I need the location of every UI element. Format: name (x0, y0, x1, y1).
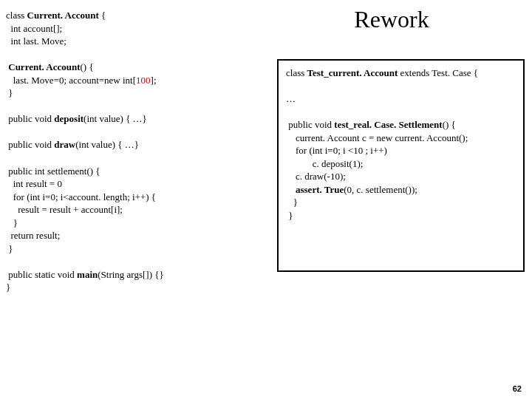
code-bold: main (77, 269, 98, 280)
code-line: int account[]; (6, 23, 62, 34)
slide: Rework class Current. Account { int acco… (0, 0, 532, 399)
code-bold: Current. Account (27, 10, 99, 21)
code-line: return result; (6, 230, 60, 241)
code-text: last. Move=0; account=new int[ (6, 75, 136, 86)
code-line: int last. Move; (6, 35, 66, 47)
code-line: } (6, 243, 13, 254)
code-text: (0, c. settlement()); (344, 184, 417, 195)
code-line: current. Account c = new current. Accoun… (286, 132, 468, 143)
right-code-box: class Test_current. Account extends Test… (277, 59, 525, 272)
code-text: (String args[]) {} (98, 269, 164, 280)
code-text: class (286, 67, 307, 78)
code-line: class (6, 10, 27, 21)
code-line: for (int i=0; i<account. length; i++) { (6, 191, 156, 202)
code-bold: test_real. Case. Settlement (334, 119, 442, 130)
code-line: public int settlement() { (6, 166, 100, 177)
code-line: c. draw(-10); (286, 171, 346, 182)
left-code-block: class Current. Account { int account[]; … (6, 9, 257, 294)
code-line: … (286, 93, 296, 104)
slide-title: Rework (273, 6, 510, 33)
code-text (286, 184, 296, 195)
code-bold: draw (54, 139, 75, 150)
code-line: result = result + account[i]; (6, 204, 123, 215)
code-line: } (6, 87, 13, 98)
code-line: } (6, 282, 10, 293)
code-bold: Current. Account (8, 61, 80, 72)
code-text: public static void (6, 269, 77, 280)
code-text: { (99, 10, 106, 21)
code-line: } (286, 210, 293, 221)
code-red: 100 (136, 75, 151, 86)
code-line: } (286, 197, 298, 208)
code-text: (int value) { …} (75, 139, 139, 150)
code-line: } (6, 217, 18, 228)
code-text: public void (6, 139, 54, 150)
code-bold: deposit (54, 113, 83, 124)
page-number: 62 (513, 384, 522, 393)
code-line: for (int i=0; i <10 ; i++) (286, 145, 387, 156)
code-bold: assert. True (296, 184, 344, 195)
code-line: int result = 0 (6, 178, 62, 189)
code-text: public void (286, 119, 334, 130)
code-text: extends Test. Case { (398, 67, 478, 78)
code-text: (int value) { …} (83, 113, 147, 124)
code-bold: Test_current. Account (307, 67, 398, 78)
code-text: public void (6, 113, 54, 124)
code-text: ]; (151, 75, 157, 86)
code-text: () { (443, 119, 456, 130)
code-text: () { (81, 61, 94, 72)
code-line: c. deposit(1); (286, 158, 363, 169)
